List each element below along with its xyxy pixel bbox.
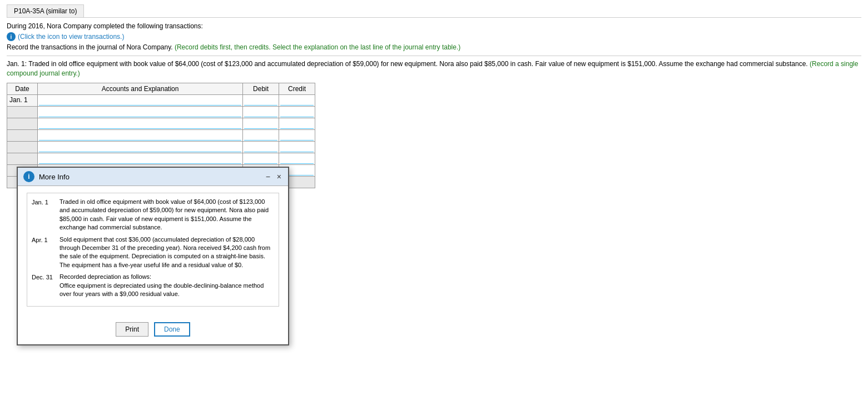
problem-text: Jan. 1: Traded in old office equipment w… [7, 59, 861, 78]
date-cell-2 [7, 106, 38, 118]
date-cell-3 [7, 118, 38, 129]
modal-info-icon: i [23, 171, 34, 182]
date-cell-6 [7, 153, 38, 164]
more-info-modal: i More Info − × Jan. 1 Traded in old off… [17, 167, 289, 193]
date-cell-1: Jan. 1 [7, 94, 38, 106]
acct-cell-4 [37, 129, 242, 141]
acct-input-1[interactable] [39, 96, 241, 106]
col-header-date: Date [7, 83, 38, 94]
credit-cell-5 [279, 141, 315, 153]
credit-cell-2 [279, 106, 315, 118]
acct-cell-1 [37, 94, 242, 106]
divider-1 [7, 56, 861, 56]
table-row [7, 141, 315, 153]
click-line-text: (Click the icon to view transactions.) [18, 33, 124, 41]
acct-input-5[interactable] [39, 142, 241, 152]
info-icon[interactable]: i [7, 32, 16, 41]
modal-close-button[interactable]: × [276, 172, 282, 181]
credit-cell-4 [279, 129, 315, 141]
debit-input-2[interactable] [244, 107, 277, 117]
acct-input-2[interactable] [39, 107, 241, 117]
instruction-line: Record the transactions in the journal o… [7, 43, 861, 51]
modal-body: Jan. 1 Traded in old office equipment wi… [18, 186, 288, 193]
table-row: Jan. 1 [7, 94, 315, 106]
table-row [7, 106, 315, 118]
acct-cell-5 [37, 141, 242, 153]
acct-cell-3 [37, 118, 242, 129]
click-icon-line: i (Click the icon to view transactions.) [7, 32, 861, 41]
credit-cell-1 [279, 94, 315, 106]
date-cell-5 [7, 141, 38, 153]
credit-cell-6 [279, 153, 315, 164]
debit-input-4[interactable] [244, 131, 277, 141]
table-row [7, 118, 315, 129]
credit-input-1[interactable] [280, 96, 314, 106]
debit-cell-5 [243, 141, 279, 153]
acct-input-3[interactable] [39, 119, 241, 129]
col-header-credit: Credit [279, 83, 315, 94]
debit-cell-3 [243, 118, 279, 129]
modal-title: More Info [39, 173, 260, 181]
date-cell-4 [7, 129, 38, 141]
acct-cell-6 [37, 153, 242, 164]
debit-input-6[interactable] [244, 154, 277, 164]
credit-cell-3 [279, 118, 315, 129]
debit-input-5[interactable] [244, 142, 277, 152]
credit-input-2[interactable] [280, 107, 314, 117]
col-header-accounts: Accounts and Explanation [37, 83, 242, 94]
credit-input-3[interactable] [280, 119, 314, 129]
acct-input-4[interactable] [39, 131, 241, 141]
instruction-green: (Record debits first, then credits. Sele… [175, 43, 460, 51]
modal-minimize-button[interactable]: − [265, 172, 271, 181]
debit-cell-1 [243, 94, 279, 106]
table-row [7, 129, 315, 141]
debit-cell-2 [243, 106, 279, 118]
main-tab[interactable]: P10A-35A (similar to) [7, 4, 84, 17]
modal-titlebar: i More Info − × [18, 168, 288, 186]
acct-cell-2 [37, 106, 242, 118]
modal-controls: − × [265, 172, 282, 181]
debit-input-3[interactable] [244, 119, 277, 129]
credit-input-6[interactable] [280, 154, 314, 164]
credit-input-5[interactable] [280, 142, 314, 152]
credit-input-4[interactable] [280, 131, 314, 141]
col-header-debit: Debit [243, 83, 279, 94]
table-row [7, 153, 315, 164]
tab-bar: P10A-35A (similar to) [7, 4, 861, 18]
debit-input-1[interactable] [244, 96, 277, 106]
debit-cell-6 [243, 153, 279, 164]
intro-line1: During 2016, Nora Company completed the … [7, 22, 861, 30]
acct-input-6[interactable] [39, 154, 241, 164]
debit-cell-4 [243, 129, 279, 141]
page-wrapper: P10A-35A (similar to) During 2016, Nora … [0, 0, 868, 193]
